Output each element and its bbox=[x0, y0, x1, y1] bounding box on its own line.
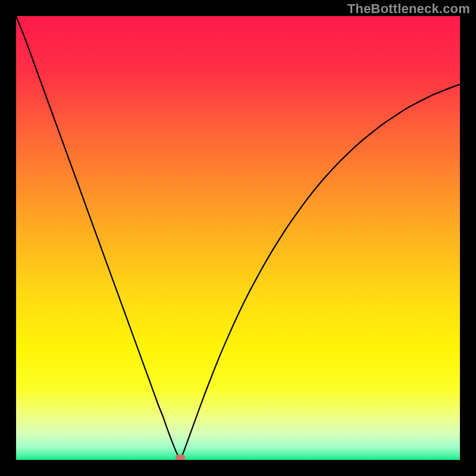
bottleneck-curve bbox=[16, 16, 460, 460]
watermark-text: TheBottleneck.com bbox=[347, 1, 470, 17]
chart-frame: TheBottleneck.com bbox=[0, 0, 476, 476]
plot-area bbox=[16, 16, 460, 460]
optimal-marker bbox=[176, 455, 185, 460]
